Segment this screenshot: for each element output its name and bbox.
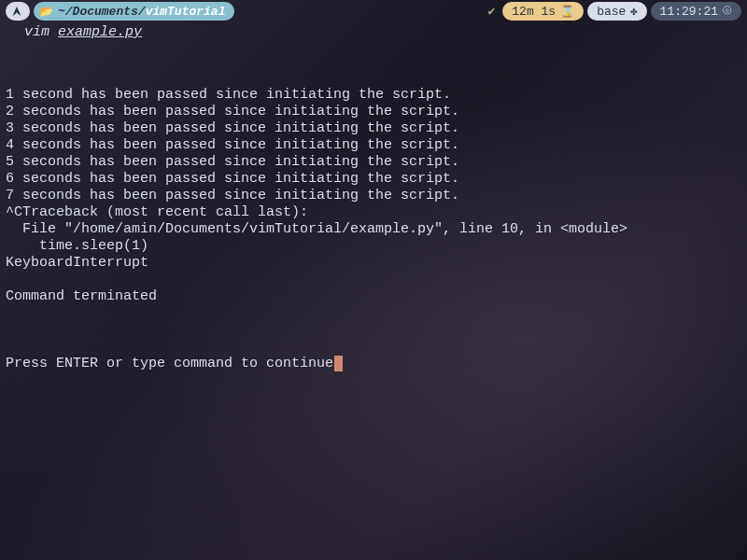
arch-icon [11,6,22,17]
path-prefix: ~/Documents/ [58,5,146,19]
output-line: ^CTraceback (most recent call last): [6,204,741,221]
title-command: vim [24,24,49,40]
clover-icon: ✤ [630,5,637,19]
folder-icon: 📂 [39,5,53,19]
output-line: 2 seconds has been passed since initiati… [6,104,741,120]
status-bar: 📂 ~/Documents/vimTutorial ✔ 12m 1s ⌛ bas… [0,0,747,22]
output-line: time.sleep(1) [6,238,741,255]
clock-indicator: 11:29:21 ⦾ [651,2,741,21]
output-line: Command terminated [6,288,741,305]
output-line: 6 seconds has been passed since initiati… [6,171,741,188]
title-line: vim example.py [0,22,747,42]
output-line: 4 seconds has been passed since initiati… [6,137,741,154]
path-indicator: 📂 ~/Documents/vimTutorial [34,2,234,21]
output-line: File "/home/amin/Documents/vimTutorial/e… [6,221,741,238]
output-line [6,272,741,288]
clock-icon: ⦾ [723,5,732,18]
terminal-output[interactable]: 1 second has been passed since initiatin… [0,42,747,389]
timer-indicator: 12m 1s ⌛ [502,2,584,21]
output-line: 7 seconds has been passed since initiati… [6,188,741,204]
output-lines: 1 second has been passed since initiatin… [6,87,741,322]
hourglass-icon: ⌛ [560,5,574,19]
timer-text: 12m 1s [512,5,556,19]
output-line: 3 seconds has been passed since initiati… [6,120,741,137]
status-right: ✔ 12m 1s ⌛ base ✤ 11:29:21 ⦾ [487,2,741,21]
title-filename: example.py [58,24,142,40]
cursor [334,356,343,371]
prompt-line[interactable]: Press ENTER or type command to continue [6,356,741,372]
prompt-text: Press ENTER or type command to continue [6,356,333,371]
output-line: 1 second has been passed since initiatin… [6,87,741,104]
clock-text: 11:29:21 [660,5,718,19]
check-icon: ✔ [487,4,495,19]
output-line: 5 seconds has been passed since initiati… [6,154,741,171]
output-line [6,305,741,322]
output-line: KeyboardInterrupt [6,255,741,272]
env-indicator: base ✤ [587,2,646,21]
os-indicator [6,2,30,21]
path-highlight: vimTutorial [146,5,226,19]
env-text: base [597,5,626,19]
